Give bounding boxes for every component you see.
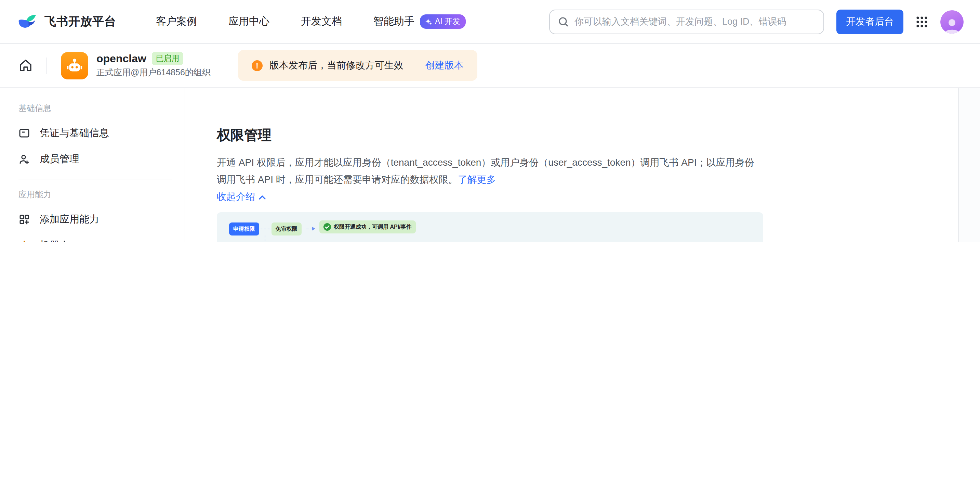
feishu-logo-icon — [17, 11, 38, 32]
chevron-up-icon — [259, 195, 266, 200]
permission-flow-diagram: 申请权限 免审权限 权限开通成功，可调用 API/事件 需审核权限 用户身份权限… — [217, 212, 763, 242]
home-icon[interactable] — [19, 58, 33, 73]
collapse-intro-link[interactable]: 收起介绍 — [217, 191, 266, 203]
sidebar-item-bot[interactable]: 机器人 — [5, 232, 169, 242]
ai-dev-badge[interactable]: AI 开发 — [420, 14, 466, 29]
top-nav: 飞书开放平台 客户案例 应用中心 开发文档 智能助手 AI 开发 开发者后台 — [0, 0, 980, 44]
global-search-input[interactable] — [574, 16, 815, 27]
intro-text: 开通 API 权限后，应用才能以应用身份（tenant_access_token… — [217, 154, 948, 188]
user-avatar[interactable] — [940, 10, 964, 33]
nav-ai-assistant[interactable]: 智能助手 AI 开发 — [374, 14, 466, 29]
app-meta: openclaw 已启用 正式应用@用户614856的组织 — [96, 52, 211, 79]
learn-more-link[interactable]: 了解更多 — [458, 174, 496, 185]
app-name: openclaw — [96, 53, 146, 65]
app-icon — [61, 52, 88, 79]
grid-plus-icon — [19, 213, 30, 225]
section-label-capability: 应用能力 — [19, 189, 185, 201]
brand[interactable]: 飞书开放平台 — [17, 11, 116, 32]
page-title: 权限管理 — [217, 126, 980, 144]
sidebar-item-add-capability[interactable]: 添加应用能力 — [5, 206, 169, 232]
nav-customer-cases[interactable]: 客户案例 — [156, 15, 197, 28]
flow-success-node-1: 权限开通成功，可调用 API/事件 — [319, 220, 416, 233]
app-subtitle: 正式应用@用户614856的组织 — [96, 67, 211, 79]
flow-apply-node: 申请权限 — [229, 222, 259, 235]
create-version-link[interactable]: 创建版本 — [425, 59, 464, 72]
divider — [46, 57, 47, 73]
id-card-icon — [19, 127, 30, 139]
global-search[interactable] — [549, 9, 824, 34]
nav-dev-docs[interactable]: 开发文档 — [301, 15, 342, 28]
nav-app-center[interactable]: 应用中心 — [228, 15, 269, 28]
brand-name: 飞书开放平台 — [45, 14, 116, 29]
banner-text: 版本发布后，当前修改方可生效 — [269, 59, 404, 72]
collapsed-right-panel — [958, 88, 980, 242]
check-circle-icon — [323, 223, 331, 231]
robot-app-icon — [64, 55, 85, 76]
sidebar-item-members[interactable]: 成员管理 — [5, 146, 169, 172]
sparkle-icon — [425, 18, 432, 25]
divider — [19, 179, 172, 179]
main-nav: 客户案例 应用中心 开发文档 智能助手 AI 开发 — [156, 14, 466, 29]
page: 飞书开放平台 客户案例 应用中心 开发文档 智能助手 AI 开发 开发者后台 — [0, 0, 980, 242]
robot-icon — [19, 239, 30, 242]
developer-console-button[interactable]: 开发者后台 — [836, 9, 904, 34]
member-add-icon — [19, 153, 30, 165]
sidebar-item-credentials[interactable]: 凭证与基础信息 — [5, 120, 169, 146]
apps-grid-icon[interactable] — [916, 15, 928, 28]
warning-icon: ! — [252, 60, 262, 71]
main-content: 权限管理 开通 API 权限后，应用才能以应用身份（tenant_access_… — [185, 88, 980, 242]
app-status-badge: 已启用 — [152, 52, 184, 65]
topnav-right: 开发者后台 — [549, 9, 964, 34]
version-banner: ! 版本发布后，当前修改方可生效 创建版本 — [238, 50, 477, 81]
flow-no-review-node: 免审权限 — [272, 222, 302, 235]
app-bar: openclaw 已启用 正式应用@用户614856的组织 ! 版本发布后，当前… — [0, 44, 980, 88]
sidebar: 基础信息 凭证与基础信息 成员管理 应用能力 添加应用能力 — [0, 88, 185, 242]
section-label-basic: 基础信息 — [19, 103, 185, 114]
search-icon — [558, 16, 569, 27]
